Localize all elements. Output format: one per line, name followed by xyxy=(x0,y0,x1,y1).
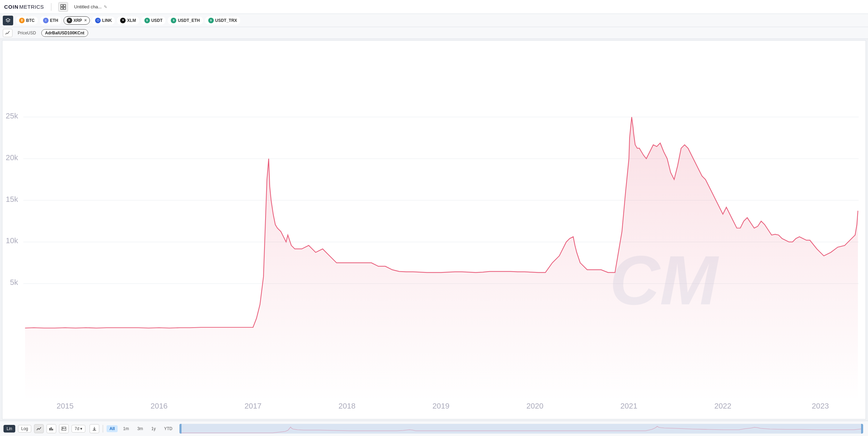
grid-icon xyxy=(60,4,66,10)
svg-rect-3 xyxy=(64,7,66,9)
logo: COIN METRICS xyxy=(4,4,44,10)
asset-chip-usdt-trx[interactable]: $ USDT_TRX xyxy=(205,16,240,25)
range-1m-button[interactable]: 1m xyxy=(120,425,132,432)
metric-toolbar: PriceUSD AdrBalUSD100KCnt xyxy=(0,27,868,39)
svg-text:2015: 2015 xyxy=(57,402,74,410)
svg-text:15k: 15k xyxy=(6,195,19,204)
xrp-icon: ✕ xyxy=(67,18,72,23)
scale-log-button[interactable]: Log xyxy=(18,425,31,433)
link-label: LINK xyxy=(102,18,112,23)
asset-chip-usdt[interactable]: $ USDT xyxy=(141,16,166,25)
svg-text:25k: 25k xyxy=(6,112,19,120)
line-chart-button[interactable] xyxy=(34,424,44,433)
chart-tab[interactable]: Untitled cha... ✎ xyxy=(71,3,110,11)
chart-icon-button[interactable] xyxy=(58,2,68,12)
minimap-handle-right[interactable] xyxy=(861,424,863,434)
chart-tab-title: Untitled cha... xyxy=(74,4,102,9)
svg-text:5k: 5k xyxy=(10,278,18,287)
usdt-trx-label: USDT_TRX xyxy=(215,18,237,23)
logo-separator xyxy=(51,3,51,11)
svg-rect-1 xyxy=(64,5,66,7)
svg-text:2019: 2019 xyxy=(432,402,449,410)
usdt-eth-icon: $ xyxy=(171,18,176,23)
vertical-separator xyxy=(103,425,103,433)
minimap-handle-left[interactable] xyxy=(179,424,182,434)
svg-text:2020: 2020 xyxy=(526,402,543,410)
svg-text:2016: 2016 xyxy=(151,402,168,410)
svg-rect-25 xyxy=(51,427,52,430)
image-icon xyxy=(61,427,66,431)
svg-text:2021: 2021 xyxy=(621,402,638,410)
asset-toolbar: ₿ BTC Ξ ETH ✕ XRP ✕ ⬡ LINK ✦ XLM $ USDT xyxy=(0,14,868,27)
xrp-close-icon[interactable]: ✕ xyxy=(84,18,87,22)
xrp-label: XRP xyxy=(74,18,82,23)
svg-text:10k: 10k xyxy=(6,237,19,245)
app: COIN METRICS Untitled cha... ✎ ₿ xyxy=(0,0,868,436)
line-icon xyxy=(36,427,41,431)
asset-chip-eth[interactable]: Ξ ETH xyxy=(40,16,61,25)
btc-label: BTC xyxy=(26,18,35,23)
svg-text:2023: 2023 xyxy=(812,402,829,410)
metric-adrbalusd100kcnt-label: AdrBalUSD100KCnt xyxy=(45,31,84,35)
svg-text:2022: 2022 xyxy=(714,402,731,410)
range-1y-button[interactable]: 1y xyxy=(149,425,159,432)
image-button[interactable] xyxy=(59,424,69,433)
bar-icon xyxy=(49,427,54,431)
svg-text:2018: 2018 xyxy=(338,402,355,410)
metric-priceusd-label: PriceUSD xyxy=(18,31,36,35)
interval-select[interactable]: 7d ▾ xyxy=(71,425,85,433)
layer-button[interactable] xyxy=(3,16,13,25)
svg-text:2017: 2017 xyxy=(244,402,261,410)
chart-type-button[interactable] xyxy=(3,29,12,37)
minimap-fill xyxy=(179,424,863,434)
xlm-icon: ✦ xyxy=(120,18,126,23)
link-icon: ⬡ xyxy=(95,18,101,23)
asset-chip-btc[interactable]: ₿ BTC xyxy=(16,16,38,25)
range-all-button[interactable]: All xyxy=(107,425,117,432)
asset-chip-link[interactable]: ⬡ LINK xyxy=(92,16,115,25)
usdt-eth-label: USDT_ETH xyxy=(178,18,200,23)
logo-metrics: METRICS xyxy=(19,4,44,10)
chart-wrapper: 25k 20k 15k 10k 5k 2015 2016 2017 2018 2… xyxy=(2,40,866,419)
minimap-container[interactable] xyxy=(179,424,863,434)
svg-rect-2 xyxy=(61,7,63,9)
svg-rect-24 xyxy=(49,428,50,430)
range-ytd-button[interactable]: YTD xyxy=(161,425,175,432)
download-button[interactable] xyxy=(90,424,99,433)
asset-chip-xlm[interactable]: ✦ XLM xyxy=(117,16,139,25)
edit-icon[interactable]: ✎ xyxy=(104,5,107,9)
eth-label: ETH xyxy=(50,18,58,23)
bottom-bar: Lin Log 7d ▾ xyxy=(0,421,868,436)
metric-adrbalusd100kcnt[interactable]: AdrBalUSD100KCnt xyxy=(41,29,88,37)
chart-svg: 25k 20k 15k 10k 5k 2015 2016 2017 2018 2… xyxy=(2,41,866,419)
xlm-label: XLM xyxy=(127,18,136,23)
download-icon xyxy=(92,426,97,431)
usdt-label: USDT xyxy=(151,18,163,23)
svg-rect-26 xyxy=(52,429,53,430)
bar-chart-button[interactable] xyxy=(47,424,56,433)
svg-rect-0 xyxy=(61,5,63,7)
btc-icon: ₿ xyxy=(19,18,25,23)
top-bar: COIN METRICS Untitled cha... ✎ xyxy=(0,0,868,14)
range-3m-button[interactable]: 3m xyxy=(134,425,146,432)
asset-chip-usdt-eth[interactable]: $ USDT_ETH xyxy=(168,16,203,25)
layers-icon xyxy=(5,18,11,23)
logo-coin: COIN xyxy=(4,4,19,10)
line-chart-icon xyxy=(5,31,10,35)
svg-text:20k: 20k xyxy=(6,153,19,162)
usdt-icon: $ xyxy=(144,18,150,23)
metric-priceusd[interactable]: PriceUSD xyxy=(14,29,40,37)
asset-chip-xrp[interactable]: ✕ XRP ✕ xyxy=(64,16,90,25)
interval-label: 7d xyxy=(75,426,79,431)
usdt-trx-icon: $ xyxy=(208,18,214,23)
interval-arrow: ▾ xyxy=(80,426,82,431)
scale-lin-button[interactable]: Lin xyxy=(3,425,15,433)
eth-icon: Ξ xyxy=(43,18,49,23)
